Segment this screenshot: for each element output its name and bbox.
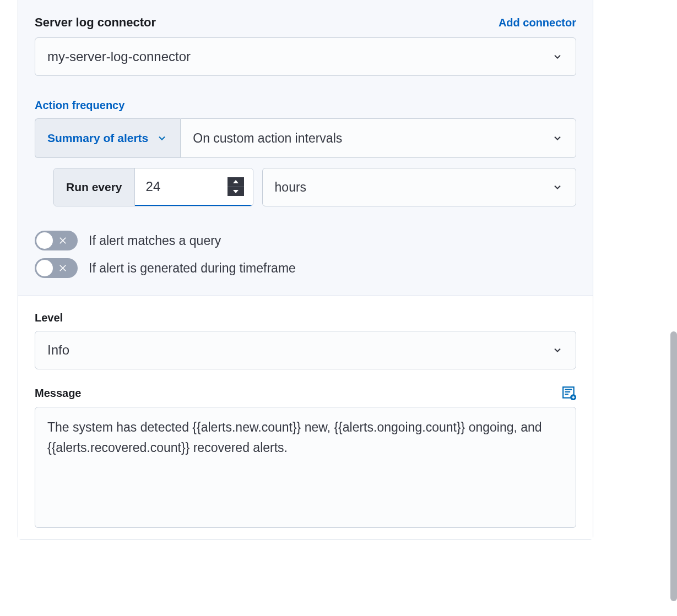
interval-unit-value: hours bbox=[275, 180, 307, 195]
level-label: Level bbox=[35, 312, 576, 324]
interval-unit-select[interactable]: hours bbox=[262, 168, 576, 206]
message-header: Message bbox=[35, 386, 576, 400]
interval-mode-value: On custom action intervals bbox=[193, 131, 342, 146]
toggle-knob bbox=[36, 232, 53, 249]
interval-mode-select[interactable]: On custom action intervals bbox=[180, 118, 576, 158]
chevron-down-icon bbox=[551, 51, 564, 63]
chevron-down-icon bbox=[156, 132, 168, 144]
message-textarea[interactable]: The system has detected {{alerts.new.cou… bbox=[35, 407, 576, 528]
toggle-alert-query[interactable] bbox=[35, 231, 78, 250]
section-level-message: Level Info Message The system has detect… bbox=[18, 296, 593, 539]
x-icon bbox=[58, 263, 68, 273]
conditional-toggles: If alert matches a query If alert is gen… bbox=[35, 231, 576, 278]
interval-row: Run every hours bbox=[53, 168, 576, 206]
frequency-row: Summary of alerts On custom action inter… bbox=[35, 118, 576, 158]
toggle-row-query: If alert matches a query bbox=[35, 231, 576, 250]
toggle-knob bbox=[36, 260, 53, 276]
toggle-alert-timeframe[interactable] bbox=[35, 258, 78, 278]
section-connector-frequency: Server log connector Add connector my-se… bbox=[18, 0, 593, 296]
chevron-down-icon bbox=[551, 132, 564, 144]
connector-selected-value: my-server-log-connector bbox=[47, 49, 191, 64]
add-connector-link[interactable]: Add connector bbox=[499, 17, 576, 29]
toggle-query-label: If alert matches a query bbox=[89, 233, 221, 248]
summary-of-alerts-label: Summary of alerts bbox=[47, 132, 148, 145]
level-select[interactable]: Info bbox=[35, 331, 576, 369]
x-icon bbox=[58, 236, 68, 246]
run-every-label: Run every bbox=[54, 168, 135, 206]
connector-config-panel: Server log connector Add connector my-se… bbox=[18, 0, 593, 539]
connector-header-row: Server log connector Add connector bbox=[35, 15, 576, 30]
stepper-up[interactable] bbox=[228, 177, 244, 187]
connector-label: Server log connector bbox=[35, 15, 156, 30]
add-variable-icon[interactable] bbox=[562, 386, 576, 400]
action-frequency-heading: Action frequency bbox=[35, 99, 576, 112]
summary-of-alerts-button[interactable]: Summary of alerts bbox=[35, 118, 180, 158]
level-selected-value: Info bbox=[47, 342, 69, 358]
interval-stepper[interactable] bbox=[228, 177, 244, 196]
vertical-scrollbar[interactable] bbox=[670, 331, 677, 539]
toggle-row-timeframe: If alert is generated during timeframe bbox=[35, 258, 576, 278]
interval-group: Run every bbox=[53, 168, 253, 206]
stepper-down[interactable] bbox=[228, 187, 244, 197]
connector-select[interactable]: my-server-log-connector bbox=[35, 37, 576, 76]
toggle-timeframe-label: If alert is generated during timeframe bbox=[89, 261, 296, 276]
chevron-down-icon bbox=[551, 181, 564, 193]
interval-value-input[interactable] bbox=[135, 179, 212, 194]
message-label: Message bbox=[35, 387, 82, 400]
interval-input-wrapper bbox=[135, 168, 253, 206]
chevron-down-icon bbox=[551, 344, 564, 356]
